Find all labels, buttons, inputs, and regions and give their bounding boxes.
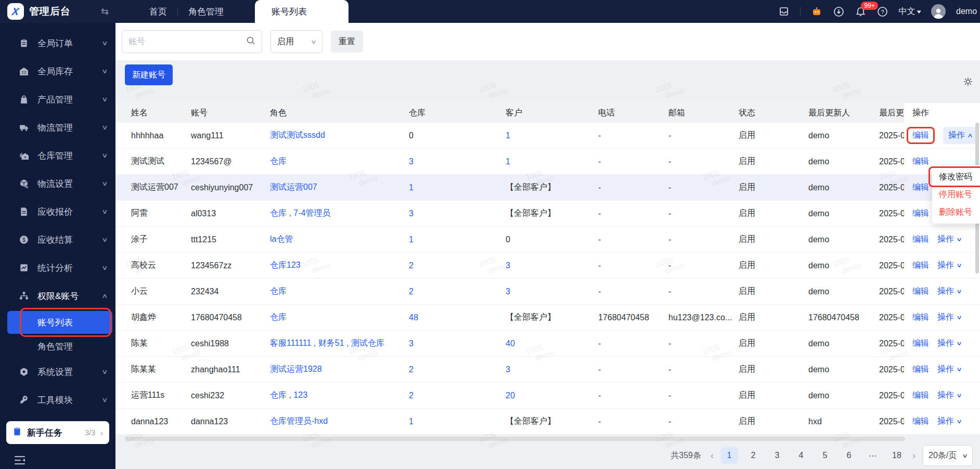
sidebar-item-receivable-quote[interactable]: 应收报价 ∨: [0, 198, 115, 226]
col-header-name[interactable]: 姓名: [131, 108, 191, 119]
edit-link[interactable]: 编辑: [912, 416, 929, 427]
role-link[interactable]: 仓库管理员-hxd: [270, 416, 328, 425]
sidebar-item-statistics[interactable]: 统计分析 ∨: [0, 254, 115, 282]
table-row[interactable]: 陈某 ceshi1988 客服111111 , 财务51 , 测试仓库 3 40…: [115, 331, 980, 357]
sidebar-item-logistics-settings[interactable]: 物流设置 ∨: [0, 170, 115, 198]
sidebar-item-permissions-accounts[interactable]: 权限&账号 ∧: [0, 282, 115, 310]
action-dropdown-trigger[interactable]: 操作∨: [937, 234, 961, 245]
warehouse-count-link[interactable]: 1: [409, 235, 414, 244]
edit-link[interactable]: 编辑: [912, 286, 929, 297]
action-dropdown-trigger[interactable]: 操作∨: [937, 364, 961, 375]
table-row[interactable]: 阿雷 al0313 仓库 , 7-4管理员 3 【全部客户】 - - 启用 de…: [115, 201, 980, 227]
action-dropdown-trigger[interactable]: 操作∨: [937, 416, 961, 427]
warehouse-count-link[interactable]: 2: [409, 287, 414, 296]
table-row[interactable]: 高校云 1234567zz 仓库123 2 3 - - 启用 demo 2025…: [115, 253, 980, 279]
status-select[interactable]: 启用 ∨: [270, 30, 323, 53]
warehouse-count-link[interactable]: 1: [409, 417, 414, 426]
sidebar-collapse-icon[interactable]: [15, 455, 115, 467]
col-header-role[interactable]: 角色: [270, 108, 409, 119]
avatar[interactable]: [931, 4, 946, 19]
warehouse-count-link[interactable]: 3: [409, 209, 414, 218]
pagination-page-2[interactable]: 2: [745, 447, 762, 464]
table-row[interactable]: 小云 232434 仓库 2 3 - - 启用 demo 2025-0 编辑 操…: [115, 279, 980, 305]
pagination-next-icon[interactable]: ›: [912, 450, 915, 461]
sidebar-item-logistics-management[interactable]: 物流管理 ∨: [0, 113, 115, 141]
role-link[interactable]: 测试测试sssdd: [270, 131, 325, 139]
table-row[interactable]: 测试测试 1234567@ 仓库 3 1 - - 启用 demo 2025-0 …: [115, 149, 980, 175]
pagination-ellipsis[interactable]: ⋯: [865, 447, 881, 464]
warehouse-count-link[interactable]: 2: [409, 261, 414, 270]
table-row[interactable]: hhhhhaa wang111 测试测试sssdd 0 1 - - 启用 dem…: [115, 123, 980, 149]
customer-count-link[interactable]: 3: [506, 261, 510, 270]
tab-role-management[interactable]: 角色管理: [178, 0, 234, 23]
download-icon[interactable]: [833, 6, 844, 17]
search-input[interactable]: [128, 37, 246, 46]
pagination-prev-icon[interactable]: ‹: [711, 450, 714, 461]
warehouse-count-link[interactable]: 1: [409, 183, 414, 192]
action-dropdown-trigger[interactable]: 操作∨: [937, 260, 961, 271]
tab-home[interactable]: 首页: [139, 0, 177, 23]
sidebar-subitem-role-management[interactable]: 角色管理: [0, 335, 115, 358]
pagination-page-1[interactable]: 1: [721, 447, 738, 464]
action-dropdown-trigger-open[interactable]: 操作∧: [943, 127, 977, 144]
robot-assistant-icon[interactable]: [811, 6, 822, 17]
role-link[interactable]: 仓库123: [270, 260, 301, 269]
role-link[interactable]: 仓库 , 7-4管理员: [270, 209, 330, 217]
sidebar-item-product-management[interactable]: 产品管理 ∨: [0, 85, 115, 113]
username[interactable]: demo: [956, 7, 978, 16]
tab-account-list[interactable]: 账号列表: [255, 0, 349, 23]
role-link[interactable]: la仓管: [270, 234, 293, 243]
customer-count-link[interactable]: 1: [506, 157, 510, 166]
role-link[interactable]: 仓库: [270, 312, 287, 321]
notification-bell-icon[interactable]: 99+: [855, 6, 866, 17]
search-icon[interactable]: [246, 36, 255, 47]
help-icon[interactable]: ?: [876, 6, 888, 17]
table-row[interactable]: 运营111s ceshi232 仓库 , 123 2 20 - - 启用 dem…: [115, 383, 980, 409]
language-switcher[interactable]: 中文 ▾: [898, 6, 921, 17]
role-link[interactable]: 测试运营007: [270, 183, 317, 191]
horizontal-scrollbar[interactable]: [125, 437, 905, 441]
col-header-updated-at[interactable]: 最后更新时间: [879, 108, 904, 119]
menu-item-delete-account[interactable]: 删除账号: [932, 203, 980, 221]
edit-link[interactable]: 编辑: [912, 208, 929, 219]
role-link[interactable]: 客服111111 , 财务51 , 测试仓库: [270, 338, 384, 347]
swap-icon[interactable]: ⇆: [101, 6, 109, 17]
column-settings-icon[interactable]: [963, 77, 973, 88]
col-header-status[interactable]: 状态: [739, 108, 808, 119]
sidebar-item-warehouse-management[interactable]: 仓库管理 ∨: [0, 141, 115, 170]
customer-count-link[interactable]: 20: [506, 391, 515, 400]
col-header-updated-by[interactable]: 最后更新人: [808, 108, 879, 119]
pagination-page-3[interactable]: 3: [769, 447, 785, 464]
pagination-page-5[interactable]: 5: [817, 447, 833, 464]
col-header-phone[interactable]: 电话: [598, 108, 668, 119]
edit-link[interactable]: 编辑: [912, 338, 929, 349]
edit-link[interactable]: 编辑: [912, 131, 929, 139]
inbox-icon[interactable]: [778, 6, 790, 17]
sidebar-item-global-inventory[interactable]: 全局库存 ∨: [0, 57, 115, 85]
page-size-select[interactable]: 20条/页 ∨: [923, 445, 973, 466]
warehouse-count-link[interactable]: 3: [409, 157, 414, 166]
customer-count-link[interactable]: 40: [506, 339, 515, 348]
role-link[interactable]: 仓库: [270, 157, 287, 165]
table-row[interactable]: 陈某某 zhanghao111 测试运营1928 2 3 - - 启用 demo…: [115, 357, 980, 383]
col-header-account[interactable]: 账号: [191, 108, 270, 119]
table-row[interactable]: 涂子 ttt1215 la仓管 1 0 - - 启用 demo 2025-0 编…: [115, 227, 980, 253]
menu-item-disable-account[interactable]: 停用账号: [932, 186, 980, 203]
create-account-button[interactable]: 新建账号: [125, 64, 173, 85]
edit-link[interactable]: 编辑: [912, 234, 929, 245]
customer-count-link[interactable]: 1: [506, 131, 510, 140]
col-header-customer[interactable]: 客户: [506, 108, 598, 119]
role-link[interactable]: 仓库 , 123: [270, 390, 307, 399]
pagination-page-18[interactable]: 18: [888, 447, 905, 464]
sidebar-item-global-orders[interactable]: 全局订单 ∨: [0, 29, 115, 57]
customer-count-link[interactable]: 3: [506, 287, 510, 296]
col-header-warehouse[interactable]: 仓库: [409, 108, 506, 119]
warehouse-count-link[interactable]: 48: [409, 313, 418, 322]
edit-link[interactable]: 编辑: [912, 182, 929, 193]
pagination-page-6[interactable]: 6: [841, 447, 857, 464]
warehouse-count-link[interactable]: 2: [409, 365, 414, 374]
newbie-task-card[interactable]: 新手任务 3/3 ›: [6, 421, 109, 444]
warehouse-count-link[interactable]: 2: [409, 391, 414, 400]
edit-link[interactable]: 编辑: [912, 260, 929, 271]
table-row[interactable]: 胡鑫烨 17680470458 仓库 48 【全部客户】 17680470458…: [115, 305, 980, 331]
